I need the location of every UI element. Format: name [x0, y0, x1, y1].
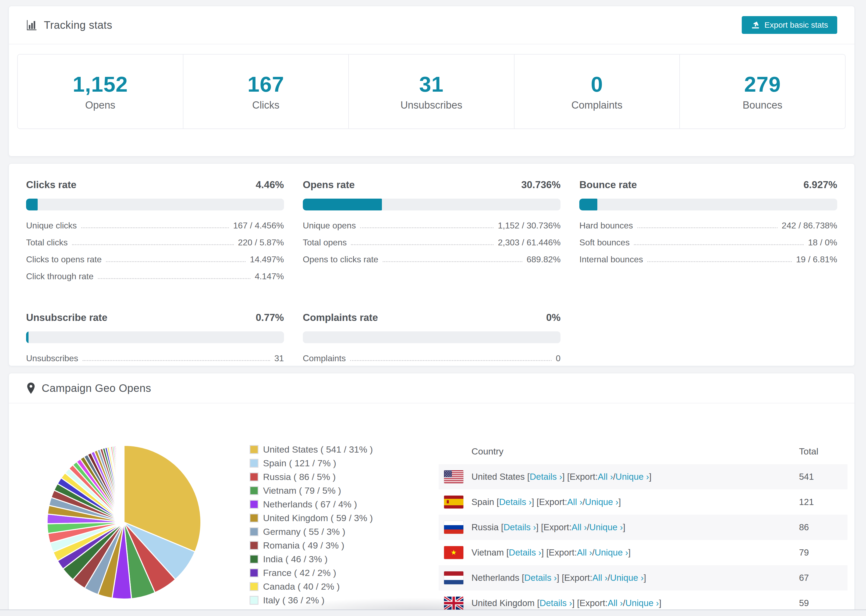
export-unique-link[interactable]: Unique ›: [585, 497, 619, 507]
export-unique-link[interactable]: Unique ›: [616, 472, 649, 482]
dotted-leader: [638, 227, 778, 228]
dotted-leader: [351, 244, 493, 245]
legend-label: Romania ( 49 / 3% ): [263, 540, 344, 551]
export-all-link[interactable]: All ›: [567, 497, 583, 507]
stat-value: 279: [744, 72, 781, 97]
legend-swatch: [250, 514, 258, 522]
legend-label: Germany ( 55 / 3% ): [263, 526, 345, 537]
geo-table-row-nl: Netherlands [Details ›] [Export: All › /…: [439, 565, 847, 591]
stat-card-complaints: 0Complaints: [514, 55, 680, 129]
detail-label: Hard bounces: [579, 221, 633, 231]
legend-item-france: France ( 42 / 2% ): [250, 567, 373, 578]
legend-label: United Kingdom ( 59 / 3% ): [263, 513, 373, 523]
bracket: [: [497, 497, 499, 507]
rate-block-unsubscribe-rate: Unsubscribe rate0.77%Unsubscribes31: [26, 312, 284, 370]
flag-icon-us: [444, 470, 463, 483]
details-link[interactable]: Details ›: [509, 547, 542, 558]
detail-value: 19 / 6.81%: [796, 255, 837, 264]
separator: /: [587, 522, 589, 533]
export-unique-link[interactable]: Unique ›: [589, 522, 623, 533]
legend-item-united-states: United States ( 541 / 31% ): [250, 444, 373, 455]
rate-detail-row: Clicks to opens rate14.497%: [26, 255, 284, 264]
bracket: ] [Export:: [532, 497, 567, 507]
bracket: ] [Export:: [562, 472, 598, 482]
geo-table-row-us: United States [Details ›] [Export: All ›…: [439, 464, 847, 489]
legend-label: Canada ( 40 / 2% ): [263, 581, 340, 592]
tracking-stats-header: Tracking stats Export basic stats: [9, 6, 855, 44]
geo-header: Campaign Geo Opens: [9, 373, 855, 404]
export-unique-link[interactable]: Unique ›: [610, 573, 644, 583]
country-total: 121: [799, 497, 847, 507]
rate-detail-row: Soft bounces18 / 0%: [579, 237, 837, 248]
geo-pie-chart: [42, 440, 206, 604]
rate-block-bounce-rate: Bounce rate6.927%Hard bounces242 / 86.73…: [579, 179, 837, 288]
details-link[interactable]: Details ›: [499, 497, 532, 507]
detail-value: 31: [274, 354, 284, 363]
export-all-link[interactable]: All ›: [592, 573, 608, 583]
rate-detail-row: Unique opens1,152 / 30.736%: [303, 221, 561, 231]
geo-table-row-ru: Russia [Details ›] [Export: All › / Uniq…: [439, 515, 847, 540]
separator: /: [608, 573, 610, 583]
detail-label: Unsubscribes: [26, 354, 78, 363]
stat-label: Bounces: [743, 99, 783, 111]
export-all-link[interactable]: All ›: [598, 472, 613, 482]
dotted-leader: [83, 360, 270, 361]
detail-label: Clicks to opens rate: [26, 255, 102, 264]
details-link[interactable]: Details ›: [540, 598, 572, 608]
bracket: [: [527, 472, 529, 482]
legend-swatch: [250, 597, 258, 604]
detail-value: 4.147%: [255, 272, 284, 281]
bracket: [: [537, 598, 540, 608]
export-all-link[interactable]: All ›: [572, 522, 587, 533]
legend-label: Russia ( 86 / 5% ): [263, 472, 335, 482]
stat-card-bounces: 279Bounces: [679, 55, 845, 129]
legend-item-spain: Spain ( 121 / 7% ): [250, 458, 373, 468]
dotted-leader: [350, 360, 552, 361]
export-unique-link[interactable]: Unique ›: [625, 598, 659, 608]
bracket: [: [506, 547, 509, 558]
country-total: 67: [799, 573, 847, 583]
detail-value: 2,303 / 61.446%: [498, 237, 561, 248]
dotted-leader: [360, 227, 493, 228]
legend-label: Netherlands ( 67 / 4% ): [263, 499, 357, 509]
geo-table-row-vn: Vietnam [Details ›] [Export: All › / Uni…: [439, 540, 847, 565]
legend-item-italy: Italy ( 36 / 2% ): [250, 595, 373, 605]
stat-label: Complaints: [572, 99, 623, 111]
rate-value: 0%: [546, 312, 561, 323]
legend-swatch: [250, 528, 258, 535]
rate-progress-bar: [303, 199, 561, 211]
details-link[interactable]: Details ›: [524, 573, 557, 583]
rate-title: Complaints rate: [303, 312, 378, 323]
legend-item-germany: Germany ( 55 / 3% ): [250, 526, 373, 537]
geo-table-row-es: Spain [Details ›] [Export: All › / Uniqu…: [439, 489, 847, 515]
detail-label: Total clicks: [26, 237, 68, 248]
stat-value: 167: [247, 72, 284, 97]
flag-icon-vn: [444, 546, 463, 559]
export-unique-link[interactable]: Unique ›: [595, 547, 628, 558]
export-all-link[interactable]: All ›: [577, 547, 592, 558]
rates-card: Clicks rate4.46%Unique clicks167 / 4.456…: [9, 163, 855, 366]
rate-title: Opens rate: [303, 179, 355, 190]
rate-detail-row: Total clicks220 / 5.87%: [26, 237, 284, 248]
stat-label: Unsubscribes: [400, 99, 462, 111]
separator: /: [613, 472, 615, 482]
bottom-scrollbar[interactable]: [0, 610, 866, 616]
bracket: ] [Export:: [542, 547, 577, 558]
bracket: [: [522, 573, 524, 583]
export-basic-stats-button[interactable]: Export basic stats: [742, 16, 837, 34]
details-link[interactable]: Details ›: [529, 472, 562, 482]
detail-label: Click through rate: [26, 272, 94, 281]
legend-item-vietnam: Vietnam ( 79 / 5% ): [250, 486, 373, 496]
detail-value: 0: [556, 354, 561, 363]
detail-label: Soft bounces: [579, 237, 630, 248]
detail-label: Unique clicks: [26, 221, 77, 231]
export-all-link[interactable]: All ›: [608, 598, 623, 608]
detail-label: Opens to clicks rate: [303, 255, 378, 264]
legend-label: India ( 46 / 3% ): [263, 554, 328, 564]
country-name: United States: [471, 472, 527, 482]
rate-detail-row: Total opens2,303 / 61.446%: [303, 237, 561, 248]
stat-card-opens: 1,152Opens: [18, 55, 183, 129]
dotted-leader: [647, 261, 792, 262]
details-link[interactable]: Details ›: [504, 522, 536, 533]
detail-label: Complaints: [303, 354, 346, 363]
